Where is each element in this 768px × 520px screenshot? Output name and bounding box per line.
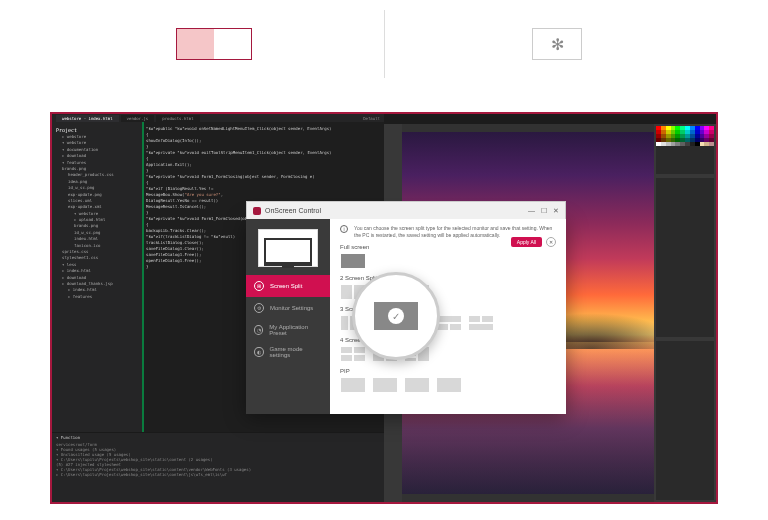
monitor-thumbnail[interactable] <box>258 229 318 267</box>
layout-option[interactable] <box>340 377 366 393</box>
layout-option[interactable] <box>340 253 366 269</box>
layout-option[interactable] <box>468 315 494 331</box>
toolbar-config[interactable]: Default <box>363 116 384 121</box>
minimize-icon[interactable]: — <box>528 207 535 215</box>
close-icon[interactable]: ✕ <box>553 207 559 215</box>
layout-option[interactable] <box>372 377 398 393</box>
osc-sidebar-item[interactable]: ⚙Monitor Settings <box>246 297 330 319</box>
sidebar-item-icon: ⊞ <box>254 281 264 291</box>
sidebar-item-label: Screen Split <box>270 283 302 289</box>
check-icon: ✓ <box>388 308 404 324</box>
osc-sidebar: ⊞Screen Split⚙Monitor Settings◔My Applic… <box>246 219 330 414</box>
osc-app-icon <box>253 207 261 215</box>
sidebar-item-icon: ◐ <box>254 347 264 357</box>
apply-all-button[interactable]: Apply All <box>511 237 542 247</box>
project-tree[interactable]: Project▸ webstore▾ webstore▾ documentati… <box>52 122 142 432</box>
usage-line[interactable]: ▸ C:\Users\tupilu\Projects\webshop_site\… <box>56 472 380 477</box>
loading-icon: ✻ <box>551 35 564 54</box>
info-icon: i <box>340 225 348 233</box>
clear-button[interactable]: ✕ <box>546 237 556 247</box>
sidebar-item-label: Monitor Settings <box>270 305 313 311</box>
split-indicator[interactable] <box>176 28 252 60</box>
photo-menu-bar[interactable] <box>384 114 716 124</box>
sidebar-item-icon: ◔ <box>254 325 263 335</box>
maximize-icon[interactable]: ☐ <box>541 207 547 215</box>
layout-option[interactable] <box>436 377 462 393</box>
sidebar-item-label: My Application Preset <box>269 324 322 336</box>
osc-title: OnScreen Control <box>265 207 321 214</box>
color-swatches[interactable] <box>656 126 714 174</box>
tab-products-html[interactable]: products.html <box>156 115 199 122</box>
selected-layout-zoom: ✓ <box>374 302 418 330</box>
osc-sidebar-item[interactable]: ◐Game mode settings <box>246 341 330 363</box>
ide-tab-bar: webstore - index.html vendor.js products… <box>52 114 384 122</box>
osc-sidebar-item[interactable]: ◔My Application Preset <box>246 319 330 341</box>
loading-indicator: ✻ <box>532 28 582 60</box>
layers-panel[interactable] <box>656 341 714 500</box>
adjustments-panel[interactable] <box>656 178 714 337</box>
osc-section-label: PIP <box>340 368 556 374</box>
osc-sidebar-item[interactable]: ⊞Screen Split <box>246 275 330 297</box>
find-usages-panel[interactable]: ▾ Function servicesroot/form ▾ Found usa… <box>52 432 384 502</box>
magnifier-lens: ✓ <box>352 272 440 360</box>
swatch-cell[interactable] <box>709 142 714 146</box>
tab-index-html[interactable]: webstore - index.html <box>56 115 119 122</box>
photo-panels-right[interactable] <box>654 124 716 502</box>
layout-option[interactable] <box>340 346 366 362</box>
tree-item[interactable]: ▸ features <box>56 294 138 300</box>
tab-vendor-js[interactable]: vendor.js <box>121 115 155 122</box>
sidebar-item-icon: ⚙ <box>254 303 264 313</box>
osc-titlebar[interactable]: OnScreen Control — ☐ ✕ <box>246 201 566 219</box>
layout-option[interactable] <box>404 377 430 393</box>
sidebar-item-label: Game mode settings <box>270 346 322 358</box>
